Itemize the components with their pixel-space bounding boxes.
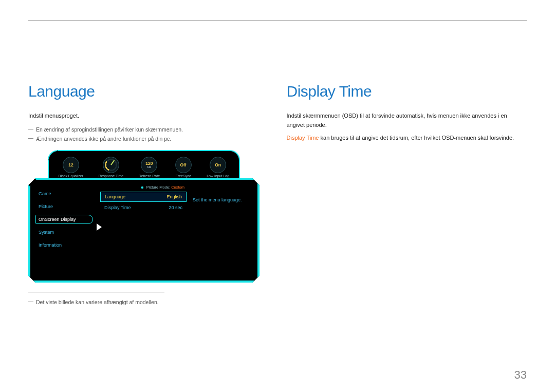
- dial-sub: Hz: [147, 165, 151, 169]
- dial-label: Refresh Rate: [139, 174, 160, 178]
- image-vary-footnote: Det viste billede kan variere afhængigt …: [28, 297, 269, 307]
- heading-display-time: Display Time: [287, 83, 527, 100]
- osd-options-pane: Picture Mode: Custom Language English Di…: [97, 179, 190, 282]
- gauge-icon: [103, 157, 119, 173]
- dial-value: Off: [180, 162, 186, 167]
- dial-label: FreeSync: [176, 174, 191, 178]
- option-row-language[interactable]: Language English: [100, 192, 187, 202]
- dial-black-equalizer: 12 Black Equalizer: [59, 157, 83, 178]
- picture-mode-label: Picture Mode:: [146, 185, 171, 190]
- sidebar-item-system[interactable]: System: [35, 228, 93, 237]
- bullet-icon: [141, 186, 143, 189]
- dial-value: On: [215, 162, 221, 167]
- language-footnote-2: Ændringen anvendes ikke på andre funktio…: [28, 134, 269, 144]
- dial-value: 12: [68, 162, 73, 167]
- left-column: Language Indstil menusproget. En ændring…: [28, 83, 269, 307]
- right-column: Display Time Indstil skærmmenuen (OSD) t…: [287, 83, 527, 307]
- dial-label: Response Time: [99, 174, 124, 178]
- page-number: 33: [514, 368, 527, 382]
- display-time-desc-1: Indstil skærmmenuen (OSD) til at forsvin…: [287, 111, 527, 129]
- dial-freesync: Off FreeSync: [175, 157, 192, 178]
- sidebar-item-onscreen-display[interactable]: OnScreen Display: [35, 215, 93, 224]
- display-time-desc-2-rest: kan bruges til at angive det tidsrum, ef…: [319, 135, 514, 141]
- osd-top-bar: 12 Black Equalizer Response Time 120: [48, 150, 240, 181]
- osd-description-text: Set the menu language.: [193, 197, 242, 202]
- dial-refresh-rate: 120 Hz Refresh Rate: [139, 157, 160, 178]
- dial-label: Black Equalizer: [59, 174, 83, 178]
- picture-mode-value: Custom: [171, 185, 184, 190]
- dial-response-time: Response Time: [99, 157, 124, 178]
- heading-language: Language: [28, 83, 269, 100]
- option-label: Language: [105, 194, 125, 199]
- option-value: English: [166, 194, 182, 199]
- display-time-desc-2: Display Time kan bruges til at angive de…: [287, 134, 527, 143]
- language-desc: Indstil menusproget.: [28, 111, 269, 121]
- osd-sidebar: Game Picture OnScreen Display System Inf…: [29, 179, 97, 282]
- osd-body: Game Picture OnScreen Display System Inf…: [28, 178, 260, 283]
- picture-mode-row: Picture Mode: Custom: [100, 184, 187, 191]
- option-row-display-time[interactable]: Display Time 20 sec: [100, 203, 187, 212]
- manual-page: Language Indstil menusproget. En ændring…: [0, 0, 555, 392]
- dial-label: Low Input Lag: [207, 174, 229, 178]
- option-value: 20 sec: [169, 205, 182, 210]
- language-footnote-1: En ændring af sprogindstillingen påvirke…: [28, 125, 269, 135]
- footnote-rule: [28, 292, 164, 292]
- two-column-layout: Language Indstil menusproget. En ændring…: [28, 83, 527, 307]
- osd-description-pane: Set the menu language.: [190, 179, 258, 282]
- option-label: Display Time: [104, 205, 131, 210]
- dial-low-input-lag: On Low Input Lag: [207, 157, 229, 178]
- sidebar-item-game[interactable]: Game: [35, 189, 93, 198]
- sidebar-item-picture[interactable]: Picture: [35, 202, 93, 211]
- display-time-term: Display Time: [287, 135, 319, 141]
- top-rule: [28, 21, 527, 21]
- osd-screenshot: 12 Black Equalizer Response Time 120: [28, 150, 260, 283]
- sidebar-item-information[interactable]: Information: [35, 240, 93, 250]
